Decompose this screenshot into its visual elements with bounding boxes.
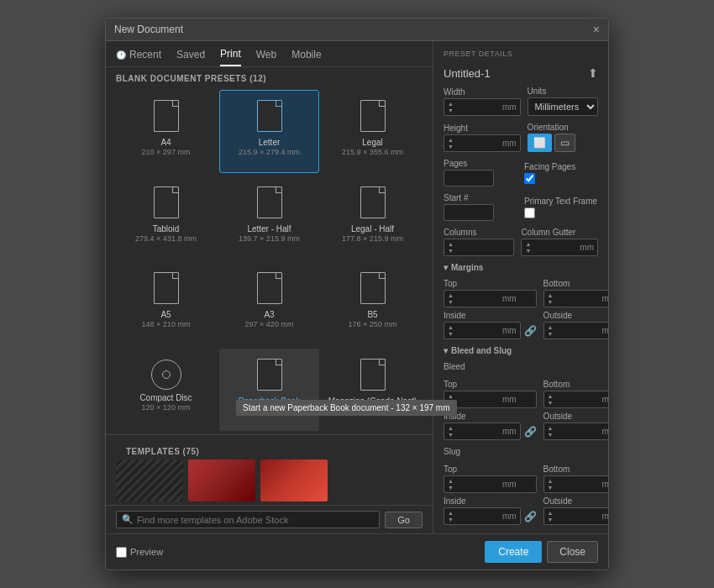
- tab-mobile[interactable]: Mobile: [291, 49, 321, 66]
- margins-outside-down[interactable]: ▼: [548, 331, 554, 337]
- close-button[interactable]: Close: [547, 541, 598, 563]
- tab-saved-label: Saved: [176, 49, 205, 60]
- height-down-btn[interactable]: ▼: [448, 144, 454, 150]
- margins-top-up[interactable]: ▲: [448, 292, 454, 298]
- slug-top-up[interactable]: ▲: [448, 478, 454, 484]
- margins-outside-input[interactable]: 12.7: [555, 326, 601, 336]
- preset-a4[interactable]: A4 210 × 297 mm: [116, 90, 216, 173]
- slug-outside-input[interactable]: 0: [555, 512, 601, 522]
- slug-top-input[interactable]: 0: [455, 480, 501, 490]
- bleed-inside-down[interactable]: ▼: [448, 432, 454, 438]
- columns-down-btn[interactable]: ▼: [448, 248, 454, 254]
- margins-bottom-up[interactable]: ▲: [548, 292, 554, 298]
- margins-inside-input-wrap: ▲ ▼ 12.7 mm: [444, 322, 521, 339]
- preset-legal[interactable]: Legal 215.9 × 355.6 mm: [323, 90, 423, 173]
- pages-input[interactable]: 1: [444, 170, 494, 186]
- preset-letter-icon: [255, 97, 285, 134]
- start-hash-input[interactable]: 1: [444, 204, 494, 221]
- template-thumb-3[interactable]: [260, 459, 328, 501]
- bleed-outside-up[interactable]: ▲: [548, 425, 554, 431]
- bleed-bottom-input[interactable]: 0: [555, 395, 601, 405]
- tab-web[interactable]: Web: [256, 49, 276, 66]
- slug-outside-down[interactable]: ▼: [548, 517, 554, 522]
- save-preset-icon[interactable]: ⬆: [588, 66, 598, 80]
- margins-bottom-down[interactable]: ▼: [548, 299, 554, 305]
- bleed-link-icon[interactable]: 🔗: [524, 426, 537, 438]
- preset-paperback[interactable]: Paperback Book 132 × 197 mm: [219, 349, 319, 432]
- preset-legal-half[interactable]: Legal - Half 177.8 × 215.9 mm: [323, 176, 423, 260]
- margins-section[interactable]: Margins: [444, 263, 598, 272]
- preset-a3-dim: 297 × 420 mm: [245, 320, 294, 328]
- bleed-inside-up[interactable]: ▲: [448, 425, 454, 431]
- bleed-inside-input[interactable]: 0: [455, 427, 501, 437]
- preset-cd[interactable]: Compact Disc 120 × 120 mm: [116, 349, 216, 432]
- columns-input[interactable]: 1: [455, 243, 501, 253]
- slug-bottom-up[interactable]: ▲: [548, 478, 554, 484]
- preset-tabloid[interactable]: Tabloid 279.4 × 431.8 mm: [116, 176, 216, 260]
- margins-inside-down[interactable]: ▼: [448, 331, 454, 337]
- preset-magazine[interactable]: Magazine (Conde Nast) 203.22 × 276.22 mm: [323, 349, 423, 432]
- slug-link-icon[interactable]: 🔗: [524, 511, 537, 522]
- columns-up-btn[interactable]: ▲: [448, 241, 454, 247]
- width-up-btn[interactable]: ▲: [448, 101, 454, 107]
- width-down-btn[interactable]: ▼: [448, 108, 454, 113]
- go-button[interactable]: Go: [385, 512, 423, 528]
- slug-inside-row: ▲ ▼ 0 mm 🔗: [444, 507, 537, 525]
- bleed-top-input[interactable]: 0: [455, 395, 501, 405]
- preset-a3[interactable]: A3 297 × 420 mm: [219, 262, 319, 345]
- bleed-slug-section[interactable]: Bleed and Slug: [444, 346, 598, 355]
- margins-top-input[interactable]: 12.7: [455, 294, 501, 304]
- slug-bottom-down[interactable]: ▼: [548, 485, 554, 491]
- search-bar: 🔍 Go: [106, 505, 433, 533]
- bleed-outside-down[interactable]: ▼: [548, 432, 554, 438]
- units-select[interactable]: Millimeters Inches Pixels Points Picas C…: [528, 97, 598, 116]
- preset-a4-icon: [151, 97, 181, 134]
- facing-pages-checkbox[interactable]: [524, 173, 535, 184]
- slug-inside-input[interactable]: 0: [455, 512, 501, 522]
- margins-top-down[interactable]: ▼: [448, 299, 454, 305]
- landscape-button[interactable]: ▭: [554, 134, 575, 152]
- tab-print[interactable]: Print: [220, 48, 241, 66]
- column-gutter-input[interactable]: 4.233: [533, 243, 578, 253]
- slug-top-down[interactable]: ▼: [448, 485, 454, 491]
- bleed-bottom-up[interactable]: ▲: [548, 393, 554, 399]
- template-thumb-2[interactable]: [188, 459, 255, 501]
- portrait-button[interactable]: ⬜: [528, 134, 552, 152]
- margins-link-icon[interactable]: 🔗: [524, 325, 537, 337]
- create-button[interactable]: Create: [485, 541, 542, 563]
- bleed-inside-row: ▲ ▼ 0 mm 🔗: [444, 423, 537, 440]
- slug-inside-up[interactable]: ▲: [448, 510, 454, 516]
- search-input-wrap: 🔍: [116, 511, 380, 528]
- preset-letter-half[interactable]: Letter - Half 139.7 × 215.9 mm: [219, 176, 319, 260]
- preset-letter[interactable]: Letter 215.9 × 279.4 mm: [219, 90, 319, 173]
- pages-row: Pages 1 Facing Pages: [444, 159, 598, 186]
- preset-b5[interactable]: B5 176 × 250 mm: [323, 262, 423, 345]
- column-gutter-up-btn[interactable]: ▲: [525, 241, 531, 247]
- preset-a5[interactable]: A5 148 × 210 mm: [116, 262, 216, 345]
- slug-grid: Top ▲ ▼ 0 mm Bottom ▲: [444, 465, 598, 525]
- bleed-top-unit: mm: [502, 395, 517, 404]
- slug-outside-up[interactable]: ▲: [548, 510, 554, 516]
- margins-outside-up[interactable]: ▲: [548, 324, 554, 330]
- bleed-top-up[interactable]: ▲: [448, 393, 454, 399]
- bleed-bottom-down[interactable]: ▼: [548, 400, 554, 406]
- dialog-close-button[interactable]: ×: [593, 24, 600, 35]
- width-input[interactable]: 215.9: [455, 102, 501, 112]
- height-up-btn[interactable]: ▲: [448, 137, 454, 143]
- slug-bottom-input[interactable]: 0: [555, 480, 601, 490]
- margins-inside-up[interactable]: ▲: [448, 324, 454, 330]
- height-input[interactable]: 279.4: [455, 138, 501, 148]
- slug-inside-down[interactable]: ▼: [448, 517, 454, 522]
- preset-a4-name: A4: [160, 138, 171, 147]
- bleed-label: Bleed: [444, 362, 598, 371]
- template-thumb-1[interactable]: [116, 459, 183, 501]
- tab-recent[interactable]: 🕐 Recent: [116, 49, 161, 66]
- bleed-outside-input[interactable]: 0: [555, 427, 601, 437]
- column-gutter-down-btn[interactable]: ▼: [525, 248, 531, 254]
- search-input[interactable]: [137, 515, 374, 525]
- preview-checkbox[interactable]: [116, 547, 127, 558]
- margins-bottom-input[interactable]: 12.7: [555, 294, 601, 304]
- tab-saved[interactable]: Saved: [176, 49, 205, 66]
- margins-inside-input[interactable]: 12.7: [455, 326, 501, 336]
- primary-text-frame-checkbox[interactable]: [524, 207, 535, 218]
